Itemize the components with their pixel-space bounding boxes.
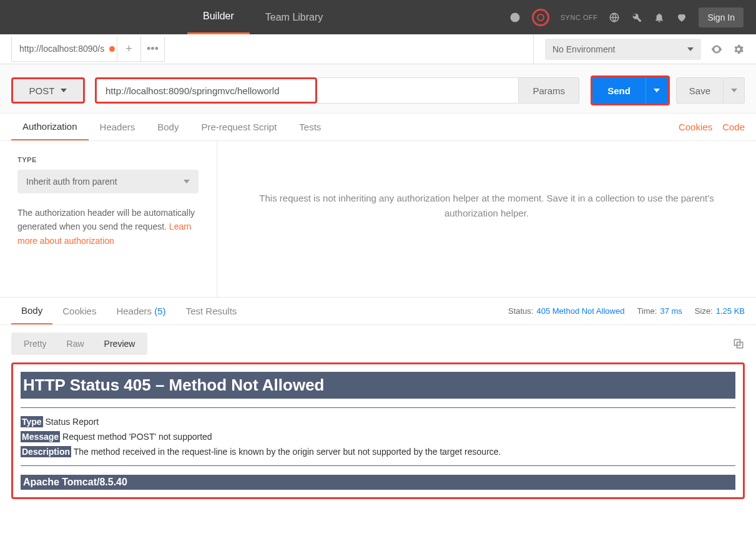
divider (21, 465, 735, 466)
unsaved-indicator-icon (109, 46, 115, 52)
save-button[interactable]: Save (676, 77, 724, 104)
tab-tests[interactable]: Tests (288, 114, 332, 140)
heart-icon[interactable] (676, 12, 687, 23)
save-dropdown-button[interactable] (724, 77, 745, 104)
divider (21, 407, 735, 408)
tab-team-library[interactable]: Team Library (250, 0, 338, 34)
status-value: 405 Method Not Allowed (536, 306, 624, 316)
response-tabs: Body Cookies Headers (5) Test Results St… (0, 297, 756, 325)
sub-bar: http://localhost:8090/s + ••• No Environ… (0, 34, 756, 64)
error-type-line: Type Status Report (21, 417, 735, 427)
resp-tab-body[interactable]: Body (11, 298, 52, 324)
satellite-icon[interactable] (509, 12, 521, 23)
bell-icon[interactable] (654, 12, 665, 23)
error-message-line: Message Request method 'POST' not suppor… (21, 432, 735, 442)
view-mode-tabs: Pretty Raw Preview (0, 325, 756, 362)
headers-count: (5) (154, 306, 165, 316)
new-tab-button[interactable]: + (117, 37, 141, 62)
chevron-down-icon (731, 89, 737, 92)
auth-info-message: This request is not inheriting any autho… (217, 141, 756, 297)
wrench-icon[interactable] (631, 12, 642, 23)
error-server-line: Apache Tomcat/8.5.40 (21, 475, 735, 490)
eye-icon[interactable] (710, 42, 724, 56)
view-tab-pretty[interactable]: Pretty (14, 335, 57, 352)
chevron-down-icon (687, 47, 694, 51)
auth-section: TYPE Inherit auth from parent The author… (0, 141, 756, 297)
copy-icon[interactable] (732, 338, 745, 350)
resp-tab-cookies[interactable]: Cookies (52, 298, 106, 324)
chevron-down-icon (184, 180, 190, 183)
resp-tab-test-results[interactable]: Test Results (176, 298, 247, 324)
code-link[interactable]: Code (722, 122, 745, 132)
error-heading: HTTP Status 405 – Method Not Allowed (21, 372, 735, 399)
chevron-down-icon (61, 89, 67, 92)
send-dropdown-button[interactable] (646, 77, 668, 104)
sync-icon[interactable] (532, 9, 549, 26)
tab-body[interactable]: Body (146, 114, 190, 140)
environment-select[interactable]: No Environment (545, 39, 701, 60)
error-description-line: Description The method received in the r… (21, 447, 735, 457)
response-preview: HTTP Status 405 – Method Not Allowed Typ… (11, 362, 745, 499)
request-bar: POST Params Send Save (0, 64, 756, 114)
chevron-down-icon (654, 89, 660, 92)
http-method-label: POST (29, 85, 55, 96)
cookies-link[interactable]: Cookies (679, 122, 712, 132)
size-value: 1.25 KB (716, 306, 745, 316)
environment-selected-label: No Environment (552, 44, 615, 54)
tab-builder[interactable]: Builder (187, 0, 250, 34)
signin-button[interactable]: Sign In (699, 7, 744, 27)
url-input[interactable] (95, 77, 317, 104)
time-label: Time:37 ms (637, 306, 682, 316)
request-tab[interactable]: http://localhost:8090/s (11, 37, 117, 62)
request-tab-label: http://localhost:8090/s (19, 44, 104, 54)
tab-authorization[interactable]: Authorization (11, 114, 89, 140)
auth-type-label: TYPE (17, 156, 199, 163)
auth-type-value: Inherit auth from parent (26, 177, 117, 187)
globe-icon[interactable] (609, 12, 620, 23)
params-button[interactable]: Params (519, 77, 579, 104)
http-method-select[interactable]: POST (11, 77, 85, 104)
view-tab-raw[interactable]: Raw (57, 335, 94, 352)
sync-status-label: SYNC OFF (561, 14, 598, 21)
gear-icon[interactable] (732, 43, 745, 56)
view-tab-preview[interactable]: Preview (94, 335, 145, 352)
auth-description: The authorization header will be automat… (17, 206, 199, 248)
resp-tab-headers[interactable]: Headers (5) (106, 298, 175, 324)
request-tabs: Authorization Headers Body Pre-request S… (0, 114, 756, 141)
app-header: Builder Team Library SYNC OFF Sign In (0, 0, 756, 34)
time-value: 37 ms (660, 306, 682, 316)
tab-headers[interactable]: Headers (89, 114, 147, 140)
send-button[interactable]: Send (592, 77, 646, 104)
size-label: Size:1.25 KB (695, 306, 745, 316)
tab-pre-request[interactable]: Pre-request Script (190, 114, 288, 140)
status-label: Status:405 Method Not Allowed (508, 306, 624, 316)
auth-type-select[interactable]: Inherit auth from parent (17, 170, 199, 193)
header-tabs: Builder Team Library (187, 0, 338, 34)
tab-options-button[interactable]: ••• (141, 37, 165, 62)
